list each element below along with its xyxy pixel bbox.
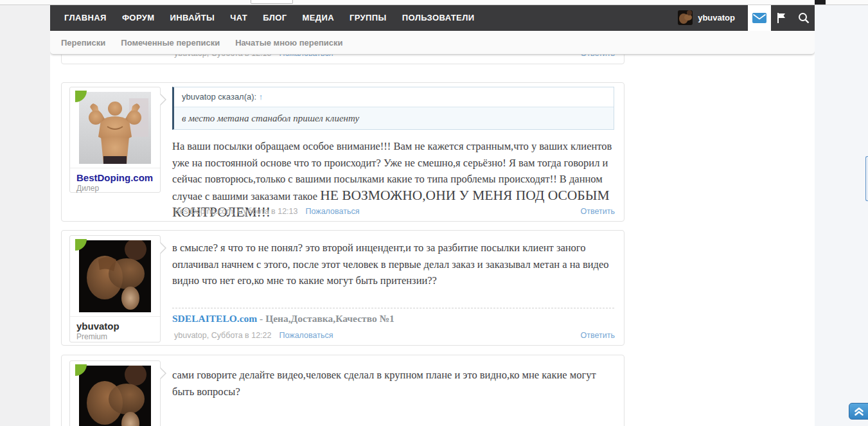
message-card-partial-bottom: сами говорите делайте видео,человек сдел… [61, 355, 624, 426]
signature-link[interactable]: SDELAITELO.com [172, 313, 257, 324]
inbox-tab[interactable] [748, 4, 771, 31]
reply-link[interactable]: Ответить [581, 207, 615, 216]
message-body: в смысле? я что то не понял? это второй … [172, 240, 614, 289]
logged-in-username[interactable]: ybuvatop [698, 13, 735, 22]
user-avatar-image [678, 10, 693, 25]
avatar[interactable] [79, 366, 151, 426]
nav-item-chat[interactable]: ЧАТ [222, 4, 255, 31]
reports-button[interactable] [771, 4, 793, 31]
search-button[interactable] [793, 4, 815, 31]
speech-arrow [161, 94, 166, 105]
author-name[interactable]: BestDoping.com [70, 168, 160, 183]
nav-menu: ГЛАВНАЯ ФОРУМ ИНВАЙТЫ ЧАТ БЛОГ МЕДИА ГРУ… [50, 4, 482, 31]
message-meta: ybuvatop, Суббота в 12:22 [174, 331, 272, 340]
message-card: BestDoping.com Дилер ybuvatop сказал(а):… [61, 82, 624, 222]
sidebar-edge-widget[interactable] [865, 156, 868, 201]
speech-arrow [161, 242, 166, 254]
nav-item-users[interactable]: ПОЛЬЗОВАТЕЛИ [394, 4, 483, 31]
subnav-item-starred-conversations[interactable]: Помеченные переписки [121, 38, 220, 48]
nav-account-area: ybuvatop [678, 4, 815, 31]
nav-item-media[interactable]: МЕДИА [294, 4, 342, 31]
nav-item-home[interactable]: ГЛАВНАЯ [57, 4, 114, 31]
signature-text: - Цена,Доставка,Качество №1 [257, 313, 394, 324]
author-panel [69, 360, 161, 426]
author-role: Дилер [70, 183, 160, 197]
main-navbar: ГЛАВНАЯ ФОРУМ ИНВАЙТЫ ЧАТ БЛОГ МЕДИА ГРУ… [50, 4, 815, 31]
quote-jump-arrow-icon[interactable]: ↑ [259, 92, 263, 102]
message-content: в смысле? я что то не понял? это второй … [172, 240, 614, 325]
message-footer: BestDoping.com, Суббота в 12:13 Пожалова… [62, 202, 624, 221]
message-card: ybuvatop Premium в смысле? я что то не п… [61, 230, 624, 346]
nav-item-invites[interactable]: ИНВАЙТЫ [163, 4, 223, 31]
search-icon [797, 12, 810, 24]
quote-block: ybuvatop сказал(а): ↑ в место метана ста… [172, 87, 614, 130]
avatar[interactable] [79, 240, 151, 312]
browser-chrome-tab-fragment [815, 0, 826, 4]
scroll-to-top-button[interactable] [849, 403, 868, 420]
reply-link[interactable]: Ответить [581, 331, 615, 340]
envelope-icon [752, 13, 766, 23]
nav-item-groups[interactable]: ГРУППЫ [342, 4, 394, 31]
user-avatar[interactable] [678, 10, 693, 25]
message-meta: BestDoping.com, Суббота в 12:13 [174, 207, 297, 216]
subnav-item-conversations[interactable]: Переписки [61, 38, 105, 48]
page-right-gutter [815, 0, 868, 426]
browser-chrome-fragment [251, 0, 293, 4]
message-body: сами говорите делайте видео,человек сдел… [172, 367, 614, 400]
report-link[interactable]: Пожаловаться [279, 331, 333, 340]
author-panel: BestDoping.com Дилер [69, 87, 161, 193]
message-footer: ybuvatop, Суббота в 12:22 Пожаловаться О… [62, 326, 624, 345]
screenshot-canvas: ybuvatop, Суббота в 12:13 Пожаловаться О… [0, 0, 868, 426]
subnav-item-conversations-started-by-me[interactable]: Начатые мною переписки [235, 38, 342, 48]
message-content: сами говорите делайте видео,человек сдел… [172, 367, 614, 400]
speech-arrow [161, 368, 166, 379]
avatar[interactable] [79, 92, 151, 164]
quote-author: ybuvatop сказал(а): [182, 92, 256, 102]
double-chevron-up-icon [854, 407, 864, 416]
quote-text: в место метана станабол пришел клиенту [174, 107, 614, 129]
report-link[interactable]: Пожаловаться [305, 207, 359, 216]
browser-chrome-strip [0, 0, 868, 5]
nav-item-forum[interactable]: ФОРУМ [114, 4, 163, 31]
flag-icon [775, 12, 788, 24]
forum-page: ybuvatop, Суббота в 12:13 Пожаловаться О… [50, 4, 815, 426]
quote-header: ybuvatop сказал(а): ↑ [174, 87, 614, 107]
nav-item-blog[interactable]: БЛОГ [255, 4, 294, 31]
conversations-subnav: Переписки Помеченные переписки Начатые м… [50, 31, 815, 55]
signature: SDELAITELO.com - Цена,Доставка,Качество … [172, 308, 614, 325]
